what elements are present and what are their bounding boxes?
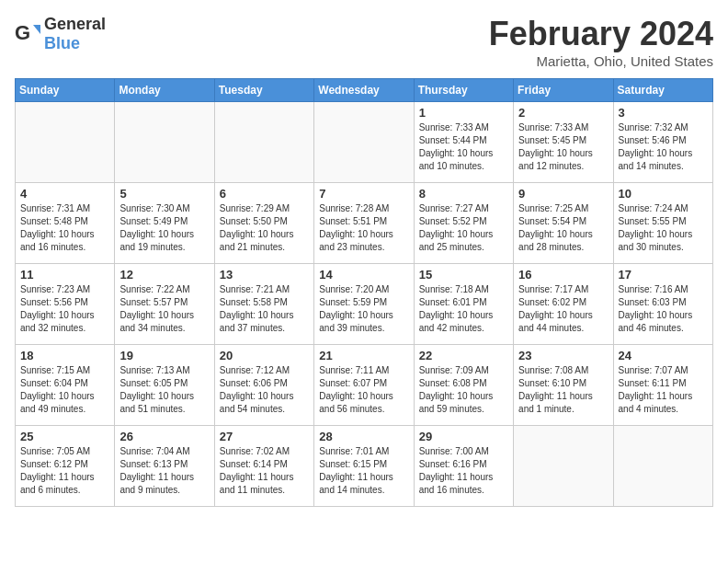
- day-number: 15: [419, 268, 508, 282]
- calendar-week-row: 25Sunrise: 7:05 AM Sunset: 6:12 PM Dayli…: [16, 426, 713, 507]
- calendar-cell: 25Sunrise: 7:05 AM Sunset: 6:12 PM Dayli…: [16, 426, 115, 507]
- title-block: February 2024 Marietta, Ohio, United Sta…: [489, 15, 713, 69]
- day-number: 24: [619, 349, 708, 362]
- day-info: Sunrise: 7:29 AM Sunset: 5:50 PM Dayligh…: [220, 202, 309, 254]
- calendar-week-row: 4Sunrise: 7:31 AM Sunset: 5:48 PM Daylig…: [16, 183, 713, 264]
- calendar-cell: 7Sunrise: 7:28 AM Sunset: 5:51 PM Daylig…: [314, 183, 414, 264]
- day-number: 13: [220, 268, 309, 282]
- calendar-cell: 29Sunrise: 7:00 AM Sunset: 6:16 PM Dayli…: [414, 426, 513, 507]
- day-number: 23: [518, 349, 608, 362]
- day-info: Sunrise: 7:00 AM Sunset: 6:16 PM Dayligh…: [419, 445, 508, 497]
- day-info: Sunrise: 7:07 AM Sunset: 6:11 PM Dayligh…: [619, 364, 708, 416]
- day-info: Sunrise: 7:20 AM Sunset: 5:59 PM Dayligh…: [319, 283, 408, 335]
- calendar-cell: [214, 102, 313, 183]
- day-number: 1: [419, 106, 508, 120]
- day-number: 18: [20, 349, 109, 362]
- header-friday: Friday: [514, 79, 613, 102]
- day-number: 2: [518, 106, 608, 120]
- calendar-week-row: 1Sunrise: 7:33 AM Sunset: 5:44 PM Daylig…: [16, 102, 713, 183]
- calendar-cell: 4Sunrise: 7:31 AM Sunset: 5:48 PM Daylig…: [16, 183, 115, 264]
- day-info: Sunrise: 7:13 AM Sunset: 6:05 PM Dayligh…: [119, 364, 209, 416]
- day-info: Sunrise: 7:24 AM Sunset: 5:55 PM Dayligh…: [619, 202, 708, 254]
- day-number: 3: [619, 106, 708, 120]
- calendar-cell: 8Sunrise: 7:27 AM Sunset: 5:52 PM Daylig…: [414, 183, 513, 264]
- calendar-cell: 19Sunrise: 7:13 AM Sunset: 6:05 PM Dayli…: [115, 345, 214, 426]
- day-number: 9: [518, 187, 608, 201]
- page-header: G General Blue February 2024 Marietta, O…: [15, 15, 713, 69]
- calendar-cell: 14Sunrise: 7:20 AM Sunset: 5:59 PM Dayli…: [314, 264, 414, 345]
- day-number: 29: [419, 430, 508, 443]
- day-info: Sunrise: 7:09 AM Sunset: 6:08 PM Dayligh…: [419, 364, 508, 416]
- calendar-cell: 5Sunrise: 7:30 AM Sunset: 5:49 PM Daylig…: [115, 183, 214, 264]
- day-info: Sunrise: 7:33 AM Sunset: 5:44 PM Dayligh…: [419, 121, 508, 173]
- header-sunday: Sunday: [16, 79, 115, 102]
- day-info: Sunrise: 7:22 AM Sunset: 5:57 PM Dayligh…: [119, 283, 209, 335]
- location-subtitle: Marietta, Ohio, United States: [489, 53, 713, 69]
- day-info: Sunrise: 7:31 AM Sunset: 5:48 PM Dayligh…: [20, 202, 109, 254]
- day-info: Sunrise: 7:30 AM Sunset: 5:49 PM Dayligh…: [119, 202, 209, 254]
- calendar-cell: 23Sunrise: 7:08 AM Sunset: 6:10 PM Dayli…: [514, 345, 613, 426]
- calendar-cell: [115, 102, 214, 183]
- day-info: Sunrise: 7:11 AM Sunset: 6:07 PM Dayligh…: [319, 364, 408, 416]
- header-tuesday: Tuesday: [214, 79, 313, 102]
- day-number: 14: [319, 268, 408, 282]
- day-number: 16: [518, 268, 608, 282]
- weekday-header-row: Sunday Monday Tuesday Wednesday Thursday…: [16, 79, 713, 102]
- day-number: 5: [119, 187, 209, 201]
- day-info: Sunrise: 7:21 AM Sunset: 5:58 PM Dayligh…: [220, 283, 309, 335]
- calendar-cell: 1Sunrise: 7:33 AM Sunset: 5:44 PM Daylig…: [414, 102, 513, 183]
- day-info: Sunrise: 7:27 AM Sunset: 5:52 PM Dayligh…: [419, 202, 508, 254]
- day-info: Sunrise: 7:08 AM Sunset: 6:10 PM Dayligh…: [518, 364, 608, 416]
- calendar-cell: [16, 102, 115, 183]
- svg-marker-1: [33, 25, 40, 34]
- day-number: 26: [119, 430, 209, 443]
- calendar-cell: 15Sunrise: 7:18 AM Sunset: 6:01 PM Dayli…: [414, 264, 513, 345]
- day-info: Sunrise: 7:05 AM Sunset: 6:12 PM Dayligh…: [20, 445, 109, 497]
- day-info: Sunrise: 7:02 AM Sunset: 6:14 PM Dayligh…: [220, 445, 309, 497]
- calendar-cell: 3Sunrise: 7:32 AM Sunset: 5:46 PM Daylig…: [613, 102, 712, 183]
- calendar-cell: [314, 102, 414, 183]
- day-info: Sunrise: 7:15 AM Sunset: 6:04 PM Dayligh…: [20, 364, 109, 416]
- logo-general: General: [44, 15, 106, 33]
- calendar-cell: 24Sunrise: 7:07 AM Sunset: 6:11 PM Dayli…: [613, 345, 712, 426]
- day-info: Sunrise: 7:25 AM Sunset: 5:54 PM Dayligh…: [518, 202, 608, 254]
- day-info: Sunrise: 7:01 AM Sunset: 6:15 PM Dayligh…: [319, 445, 408, 497]
- calendar-cell: 6Sunrise: 7:29 AM Sunset: 5:50 PM Daylig…: [214, 183, 313, 264]
- day-info: Sunrise: 7:04 AM Sunset: 6:13 PM Dayligh…: [119, 445, 209, 497]
- calendar-cell: [613, 426, 712, 507]
- day-number: 21: [319, 349, 408, 362]
- header-monday: Monday: [115, 79, 214, 102]
- calendar-cell: 13Sunrise: 7:21 AM Sunset: 5:58 PM Dayli…: [214, 264, 313, 345]
- logo-icon: G: [15, 21, 40, 47]
- header-saturday: Saturday: [613, 79, 712, 102]
- day-info: Sunrise: 7:18 AM Sunset: 6:01 PM Dayligh…: [419, 283, 508, 335]
- calendar-week-row: 11Sunrise: 7:23 AM Sunset: 5:56 PM Dayli…: [16, 264, 713, 345]
- day-info: Sunrise: 7:12 AM Sunset: 6:06 PM Dayligh…: [220, 364, 309, 416]
- calendar-cell: 10Sunrise: 7:24 AM Sunset: 5:55 PM Dayli…: [613, 183, 712, 264]
- day-number: 22: [419, 349, 508, 362]
- day-info: Sunrise: 7:33 AM Sunset: 5:45 PM Dayligh…: [518, 121, 608, 173]
- calendar-cell: 27Sunrise: 7:02 AM Sunset: 6:14 PM Dayli…: [214, 426, 313, 507]
- month-title: February 2024: [489, 15, 713, 53]
- calendar-cell: [514, 426, 613, 507]
- logo-blue: Blue: [44, 34, 80, 52]
- day-number: 28: [319, 430, 408, 443]
- day-info: Sunrise: 7:28 AM Sunset: 5:51 PM Dayligh…: [319, 202, 408, 254]
- header-thursday: Thursday: [414, 79, 513, 102]
- calendar-cell: 21Sunrise: 7:11 AM Sunset: 6:07 PM Dayli…: [314, 345, 414, 426]
- calendar-cell: 20Sunrise: 7:12 AM Sunset: 6:06 PM Dayli…: [214, 345, 313, 426]
- calendar-cell: 17Sunrise: 7:16 AM Sunset: 6:03 PM Dayli…: [613, 264, 712, 345]
- calendar-week-row: 18Sunrise: 7:15 AM Sunset: 6:04 PM Dayli…: [16, 345, 713, 426]
- day-number: 20: [220, 349, 309, 362]
- day-info: Sunrise: 7:16 AM Sunset: 6:03 PM Dayligh…: [619, 283, 708, 335]
- calendar-cell: 16Sunrise: 7:17 AM Sunset: 6:02 PM Dayli…: [514, 264, 613, 345]
- day-info: Sunrise: 7:32 AM Sunset: 5:46 PM Dayligh…: [619, 121, 708, 173]
- logo: G General Blue: [15, 15, 106, 53]
- svg-text:G: G: [15, 21, 30, 44]
- day-info: Sunrise: 7:17 AM Sunset: 6:02 PM Dayligh…: [518, 283, 608, 335]
- day-number: 6: [220, 187, 309, 201]
- calendar-cell: 11Sunrise: 7:23 AM Sunset: 5:56 PM Dayli…: [16, 264, 115, 345]
- calendar-cell: 9Sunrise: 7:25 AM Sunset: 5:54 PM Daylig…: [514, 183, 613, 264]
- calendar-cell: 22Sunrise: 7:09 AM Sunset: 6:08 PM Dayli…: [414, 345, 513, 426]
- day-number: 10: [619, 187, 708, 201]
